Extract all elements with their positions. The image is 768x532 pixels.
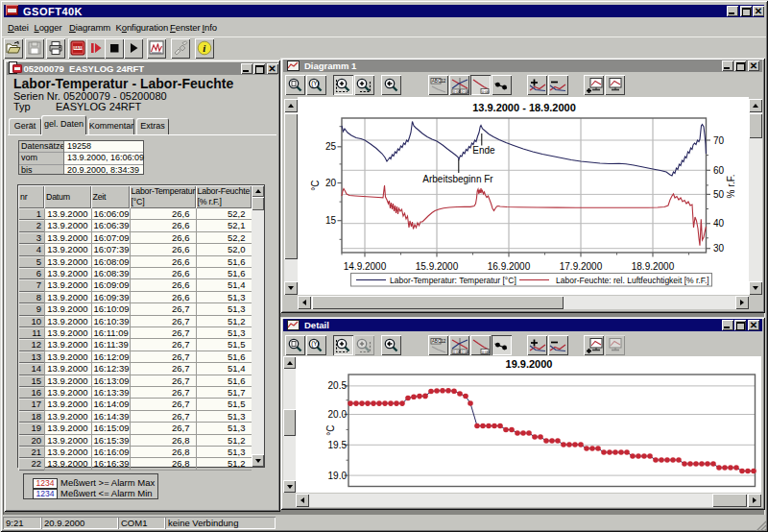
svg-text:Labor-Feuchte: rel. Luftfeucht: Labor-Feuchte: rel. Luftfeuchtigkeit [% …: [556, 276, 709, 285]
svg-text:°C: °C: [310, 180, 321, 190]
svg-text:19.9.2000: 19.9.2000: [506, 358, 553, 370]
svg-text:20: 20: [325, 178, 337, 188]
svg-text:Labor-Temperatur: Temperatur [: Labor-Temperatur: Temperatur [°C]: [390, 276, 516, 285]
svg-text:30: 30: [713, 243, 725, 254]
svg-text:0:00: 0:00: [481, 88, 489, 93]
svg-text:60: 60: [713, 165, 725, 176]
svg-text:Arbeitsbeginn Fr: Arbeitsbeginn Fr: [422, 174, 493, 184]
svg-text:70: 70: [713, 135, 725, 146]
svg-text:20.0: 20.0: [328, 409, 348, 420]
svg-text:0:00: 0:00: [452, 88, 461, 93]
svg-text:20.5: 20.5: [328, 380, 348, 391]
svg-text:40: 40: [713, 218, 725, 229]
svg-text:16.9.2000: 16.9.2000: [488, 261, 531, 272]
svg-text:0:00: 0:00: [461, 88, 468, 93]
svg-text:19.0: 19.0: [328, 471, 348, 481]
svg-text:0:00: 0:00: [481, 349, 489, 353]
svg-text:(Y): (Y): [311, 80, 320, 87]
svg-text:50: 50: [713, 189, 725, 200]
svg-text:(Y): (Y): [311, 340, 320, 348]
svg-text:°C: °C: [325, 424, 336, 435]
svg-text:ABC12: ABC12: [431, 79, 445, 84]
svg-text:14.9.2000: 14.9.2000: [344, 261, 387, 272]
svg-text:EASY: EASY: [74, 46, 84, 50]
svg-text:25: 25: [325, 141, 337, 152]
svg-text:13.9.2000 - 18.9.2000: 13.9.2000 - 18.9.2000: [472, 102, 576, 113]
svg-text:% r.F.: % r.F.: [726, 174, 736, 198]
svg-text:17.9.2000: 17.9.2000: [560, 261, 603, 272]
svg-text:15.9.2000: 15.9.2000: [416, 261, 459, 272]
svg-text:19.5: 19.5: [328, 440, 348, 450]
svg-text:0:00: 0:00: [452, 349, 461, 353]
svg-text:ABC12: ABC12: [431, 339, 445, 344]
svg-text:15: 15: [325, 215, 337, 226]
svg-text:0:00: 0:00: [461, 349, 468, 353]
svg-text:Ende: Ende: [472, 145, 495, 156]
svg-text:18.9.2000: 18.9.2000: [632, 261, 675, 272]
